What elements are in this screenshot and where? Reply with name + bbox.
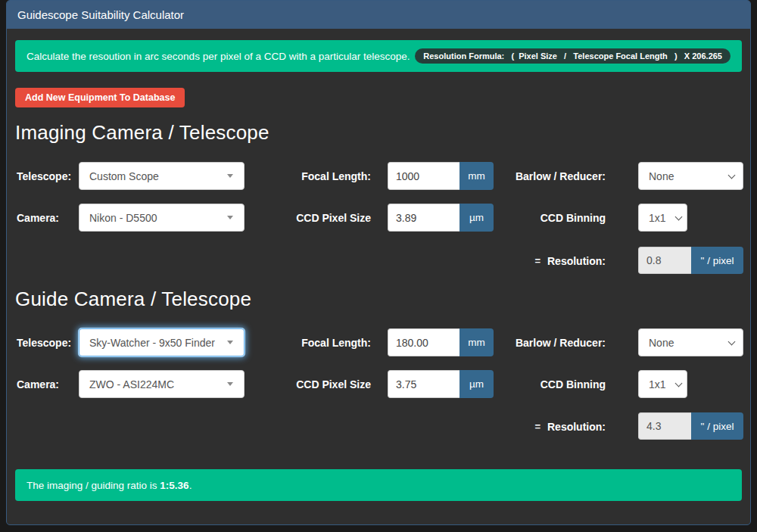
- resolution-label-text: Resolution:: [547, 421, 606, 433]
- imaging-resolution-label: = Resolution:: [439, 247, 606, 275]
- guide-camera-row: Camera: ZWO - ASI224MC CCD Pixel Size µm…: [15, 370, 742, 398]
- imaging-barlow-value: None: [649, 170, 674, 182]
- imaging-barlow-label: Barlow / Reducer:: [439, 162, 606, 190]
- guide-resolution-row: = Resolution: " / pixel: [15, 412, 742, 440]
- intro-banner: Calculate the resoution in arc seconds p…: [15, 40, 742, 72]
- guide-binning-select[interactable]: 1x1: [638, 370, 687, 398]
- imaging-barlow-select[interactable]: None: [638, 162, 743, 190]
- equals-sign: =: [534, 421, 540, 432]
- guide-telescope-row: Telescope: Sky-Watcher - 9x50 Finder Foc…: [15, 328, 742, 356]
- imaging-resolution-group: " / pixel: [638, 247, 743, 274]
- guide-barlow-value: None: [649, 337, 674, 349]
- imaging-resolution-row: = Resolution: " / pixel: [15, 247, 742, 274]
- imaging-camera-value: Nikon - D5500: [89, 212, 157, 224]
- select-chevron-icon: [675, 213, 683, 221]
- guide-resolution-label: = Resolution:: [439, 412, 606, 440]
- guide-binning-value: 1x1: [649, 378, 666, 390]
- guide-resolution-output: [638, 412, 691, 440]
- imaging-telescope-row: Telescope: Custom Scope Focal Length: mm…: [15, 162, 742, 190]
- guide-resolution-unit: " / pixel: [691, 412, 743, 440]
- select-chevron-icon: [675, 380, 683, 387]
- resolution-label-text: Resolution:: [547, 255, 606, 267]
- guide-pixel-size-label: CCD Pixel Size: [204, 370, 371, 398]
- ratio-suffix: .: [189, 480, 192, 491]
- imaging-resolution-unit: " / pixel: [691, 247, 743, 274]
- guide-camera-value: ZWO - ASI224MC: [89, 378, 174, 390]
- imaging-section-title: Imaging Camera / Telescope: [15, 120, 742, 145]
- calculator-panel: Guidescope Suitability Calculator Calcul…: [6, 0, 751, 525]
- select-chevron-icon: [728, 172, 736, 179]
- imaging-resolution-output: [638, 247, 691, 274]
- guide-resolution-group: " / pixel: [638, 412, 743, 440]
- guide-focal-length-label: Focal Length:: [204, 328, 371, 356]
- imaging-binning-label: CCD Binning: [439, 204, 606, 232]
- guide-camera-label: Camera:: [17, 370, 59, 398]
- imaging-focal-length-label: Focal Length:: [204, 162, 371, 190]
- ratio-value: 1:5.36: [160, 480, 188, 491]
- formula-badge: Resolution Formula: ( Pixel Size / Teles…: [415, 48, 731, 64]
- ratio-result-text: The imaging / guiding ratio is 1:5.36.: [26, 480, 192, 491]
- intro-message: Calculate the resoution in arc seconds p…: [26, 51, 410, 62]
- imaging-camera-label: Camera:: [17, 204, 59, 232]
- guide-barlow-label: Barlow / Reducer:: [439, 328, 606, 356]
- ratio-result-banner: The imaging / guiding ratio is 1:5.36.: [15, 469, 742, 501]
- guide-telescope-label: Telescope:: [17, 328, 71, 356]
- imaging-binning-value: 1x1: [649, 212, 666, 224]
- guide-telescope-value: Sky-Watcher - 9x50 Finder: [89, 337, 215, 349]
- imaging-telescope-value: Custom Scope: [89, 170, 159, 182]
- imaging-telescope-label: Telescope:: [17, 162, 71, 190]
- panel-body: Calculate the resoution in arc seconds p…: [7, 29, 750, 501]
- imaging-pixel-size-label: CCD Pixel Size: [204, 204, 371, 232]
- ratio-prefix: The imaging / guiding ratio is: [26, 480, 160, 491]
- imaging-binning-select[interactable]: 1x1: [638, 204, 687, 232]
- guide-barlow-select[interactable]: None: [638, 328, 743, 356]
- select-chevron-icon: [728, 338, 736, 346]
- guide-binning-label: CCD Binning: [439, 370, 606, 398]
- add-equipment-button[interactable]: Add New Equipment To Database: [15, 88, 185, 107]
- guide-section-title: Guide Camera / Telescope: [15, 287, 742, 311]
- panel-title: Guidescope Suitability Calculator: [7, 1, 750, 29]
- equals-sign: =: [534, 255, 540, 266]
- imaging-camera-row: Camera: Nikon - D5500 CCD Pixel Size µm …: [15, 204, 742, 232]
